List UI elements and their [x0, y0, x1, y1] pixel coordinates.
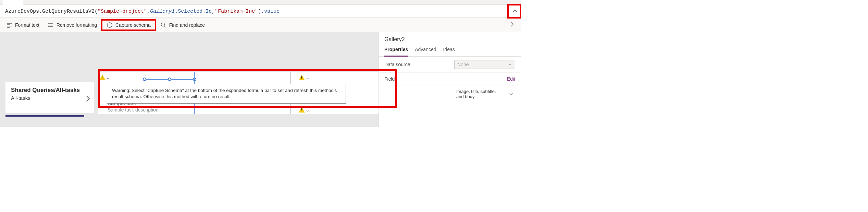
tab-ideas[interactable]: Ideas: [443, 44, 455, 56]
chevron-down-icon: ⌄: [106, 75, 110, 80]
chevron-down-icon: ⌄: [306, 107, 310, 113]
remove-formatting-icon: [48, 22, 54, 28]
layout-select[interactable]: Image, title, subtitle, and body: [456, 89, 515, 99]
fields-label: Fields: [384, 76, 397, 82]
selection-handle[interactable]: [168, 78, 171, 81]
query-card-chevron[interactable]: [85, 95, 91, 104]
tab-properties[interactable]: Properties: [384, 44, 408, 57]
query-card-underline: [5, 115, 84, 117]
collapse-formula-button[interactable]: [509, 5, 520, 17]
formula-arg2b: .Selected.Id: [175, 9, 212, 14]
formula-bar[interactable]: AzureDevOps.GetQueryResultsV2("Sample-pr…: [0, 5, 521, 18]
formula-toolbar: Format text Remove formatting Capture sc…: [0, 18, 521, 32]
tab-advanced[interactable]: Advanced: [415, 44, 436, 56]
capture-schema-button[interactable]: Capture schema: [101, 19, 156, 31]
properties-panel: Gallery2 Properties Advanced Ideas Data …: [379, 32, 521, 127]
svg-point-0: [107, 23, 112, 27]
formula-tail: .value: [261, 9, 280, 14]
data-source-select[interactable]: None: [454, 60, 515, 69]
warning-tooltip-text: Warning: Select "Capture Schema" at the …: [112, 88, 337, 99]
canvas[interactable]: Shared Queries/All-tasks All-tasks ⌄ ⌄: [0, 32, 379, 127]
warning-icon: [299, 75, 305, 80]
data-source-value: None: [457, 62, 469, 67]
capture-schema-icon: [107, 22, 113, 28]
formula-arg1: "Sample-project": [98, 9, 147, 14]
chevron-down-icon: [509, 92, 513, 96]
warning-icon: [299, 107, 305, 113]
layout-chevron[interactable]: [507, 90, 515, 98]
remove-formatting-label: Remove formatting: [57, 22, 97, 28]
expand-formula-highlight: [507, 4, 521, 19]
svg-point-1: [161, 23, 164, 26]
sample-desc-strike: Sample task description: [108, 107, 159, 113]
chevron-down-icon: ⌄: [306, 75, 310, 80]
fields-edit-link[interactable]: Edit: [507, 76, 515, 82]
chevron-right-icon: [509, 21, 515, 27]
panel-tabs: Properties Advanced Ideas: [379, 44, 521, 57]
warning-badge-1[interactable]: ⌄: [99, 75, 110, 80]
find-replace-button[interactable]: Find and replace: [156, 19, 209, 31]
layout-row: Layout Image, title, subtitle, and body: [379, 85, 521, 103]
selection-handles[interactable]: [145, 77, 195, 78]
query-card-title: Shared Queries/All-tasks: [11, 86, 88, 94]
search-icon: [160, 22, 166, 28]
find-replace-label: Find and replace: [169, 22, 205, 28]
chevron-up-icon: [511, 8, 518, 15]
selection-handle[interactable]: [193, 78, 196, 81]
format-text-icon: [6, 22, 12, 28]
data-source-label: Data source: [384, 62, 410, 67]
query-card[interactable]: Shared Queries/All-tasks All-tasks: [5, 82, 94, 113]
window-top-strip: [0, 0, 521, 5]
formula-arg3: "Fabrikam-Inc": [215, 9, 258, 14]
format-text-label: Format text: [15, 22, 39, 28]
data-source-row: Data source None: [379, 57, 521, 73]
warning-badge-2[interactable]: ⌄: [299, 75, 310, 80]
warning-badge-3[interactable]: ⌄: [299, 107, 310, 113]
formula-arg2a: Gallery1: [150, 9, 175, 14]
panel-title: Gallery2: [379, 32, 521, 44]
fields-row: Fields Edit: [379, 73, 521, 85]
toolbar-chevron-button[interactable]: [506, 21, 519, 28]
chevron-down-icon: [508, 62, 512, 67]
remove-formatting-button[interactable]: Remove formatting: [44, 19, 101, 31]
formula-fn: AzureDevOps.GetQueryResultsV2: [5, 9, 95, 14]
warning-tooltip: Warning: Select "Capture Schema" at the …: [107, 84, 346, 104]
capture-schema-label: Capture schema: [115, 22, 151, 28]
main-area: Shared Queries/All-tasks All-tasks ⌄ ⌄: [0, 32, 521, 127]
query-card-subtitle: All-tasks: [11, 95, 88, 101]
layout-value: Image, title, subtitle, and body: [456, 89, 504, 99]
warning-icon: [99, 75, 106, 80]
formula-text[interactable]: AzureDevOps.GetQueryResultsV2("Sample-pr…: [0, 9, 509, 14]
top-strip-tab: [3, 0, 23, 5]
chevron-right-icon: [85, 95, 91, 103]
selection-handle[interactable]: [143, 78, 146, 81]
format-text-button[interactable]: Format text: [2, 19, 44, 31]
